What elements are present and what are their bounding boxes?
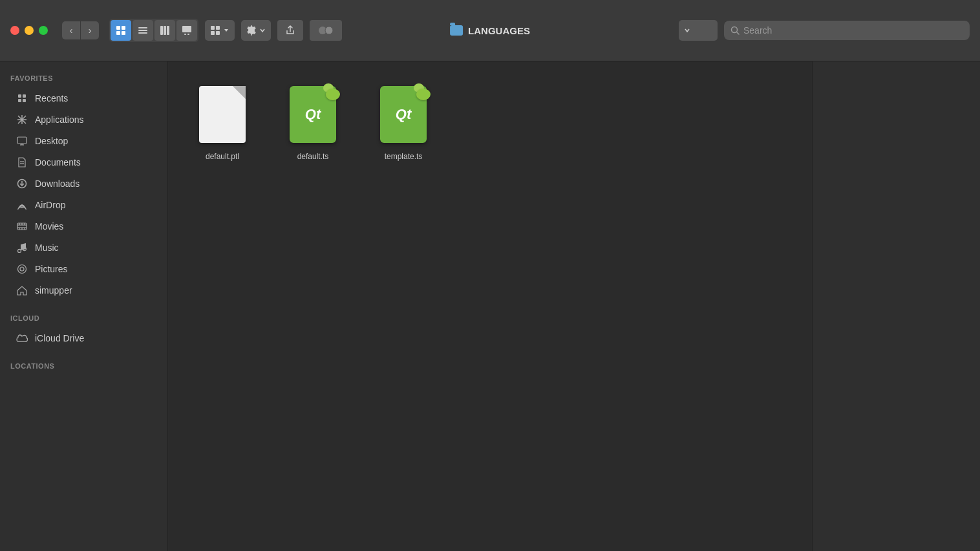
group-dropdown-button[interactable]: [205, 20, 235, 41]
svg-rect-16: [216, 31, 220, 35]
qt-logo-text-1: Qt: [305, 107, 321, 122]
svg-rect-24: [23, 99, 26, 102]
pictures-icon: [16, 263, 28, 276]
file-item-template-ts[interactable]: Qt template.ts: [365, 77, 442, 166]
svg-rect-1: [122, 26, 125, 30]
forward-button[interactable]: ›: [81, 21, 99, 39]
window-title-area: LANGUAGES: [450, 25, 530, 36]
svg-rect-6: [138, 32, 147, 34]
sidebar-item-movies[interactable]: Movies: [5, 216, 162, 237]
sidebar-item-label: Movies: [35, 221, 63, 232]
icloud-section-label: iCloud: [0, 312, 167, 327]
qt-bubble-large-1: [326, 89, 340, 100]
svg-point-49: [20, 267, 24, 271]
svg-rect-9: [167, 26, 169, 35]
qt-file-icon-2: Qt: [380, 86, 427, 143]
svg-rect-12: [187, 34, 189, 35]
svg-point-18: [325, 27, 333, 34]
applications-icon: [16, 113, 28, 126]
svg-rect-15: [211, 31, 215, 35]
svg-rect-11: [184, 34, 186, 35]
svg-rect-22: [23, 94, 26, 98]
downloads-icon: [16, 177, 28, 190]
qt-file-icon-1: Qt: [290, 86, 336, 143]
svg-line-20: [737, 32, 739, 34]
view-controls: [109, 19, 198, 42]
svg-rect-21: [18, 94, 21, 98]
ptl-file-icon: [199, 86, 246, 143]
tag-button[interactable]: [310, 20, 342, 41]
preview-pane: [812, 61, 980, 551]
sidebar-item-downloads[interactable]: Downloads: [5, 173, 162, 194]
gear-dropdown-button[interactable]: [241, 20, 271, 41]
file-icon-default-ptl: [193, 82, 251, 147]
sidebar-item-music[interactable]: Music: [5, 237, 162, 258]
locations-section-label: Locations: [0, 360, 167, 375]
svg-rect-4: [138, 27, 147, 28]
svg-point-46: [18, 250, 21, 253]
gallery-view-button[interactable]: [176, 20, 197, 41]
maximize-button[interactable]: [39, 26, 48, 35]
movies-icon: [16, 220, 28, 233]
file-item-default-ts[interactable]: Qt default.ts: [274, 77, 352, 166]
file-label-default-ptl: default.ptl: [206, 152, 239, 161]
main-area: Favorites Recents A: [0, 61, 980, 551]
sidebar-item-label: Documents: [35, 157, 81, 167]
search-input[interactable]: [743, 25, 963, 36]
sidebar-item-airdrop[interactable]: AirDrop: [5, 195, 162, 215]
sidebar: Favorites Recents A: [0, 61, 168, 551]
search-icon: [730, 26, 740, 35]
nav-group: ‹ ›: [62, 21, 99, 39]
sidebar-item-label: Music: [35, 243, 59, 253]
file-icon-template-ts: Qt: [374, 82, 432, 147]
list-view-button[interactable]: [133, 20, 153, 41]
file-icon-default-ts: Qt: [284, 82, 342, 147]
file-item-default-ptl[interactable]: default.ptl: [184, 77, 261, 166]
close-button[interactable]: [10, 26, 19, 35]
icon-view-button[interactable]: [111, 20, 131, 41]
sidebar-item-label: Downloads: [35, 178, 80, 189]
sort-dropdown-button[interactable]: [679, 20, 718, 41]
share-button[interactable]: [277, 20, 303, 41]
sidebar-item-label: iCloud Drive: [35, 333, 84, 343]
svg-rect-0: [116, 26, 120, 30]
sidebar-item-label: Applications: [35, 114, 84, 125]
sidebar-item-simupper[interactable]: simupper: [5, 280, 162, 301]
recents-icon: [16, 92, 28, 105]
sidebar-item-label: Recents: [35, 93, 68, 103]
minimize-button[interactable]: [25, 26, 34, 35]
svg-point-48: [18, 265, 27, 274]
sidebar-item-applications[interactable]: Applications: [5, 109, 162, 130]
file-label-template-ts: template.ts: [385, 152, 423, 161]
back-button[interactable]: ‹: [62, 21, 80, 39]
qt-logo-text-2: Qt: [396, 107, 411, 122]
simupper-icon: [16, 284, 28, 297]
airdrop-icon: [16, 199, 28, 211]
sidebar-item-icloud-drive[interactable]: iCloud Drive: [5, 328, 162, 349]
favorites-section-label: Favorites: [0, 72, 167, 87]
svg-rect-13: [211, 26, 215, 30]
search-bar[interactable]: [724, 21, 970, 40]
column-view-button[interactable]: [154, 20, 175, 41]
svg-rect-7: [160, 26, 163, 35]
file-content-area: default.ptl Qt default.ts Qt: [168, 61, 812, 551]
file-label-default-ts: default.ts: [297, 152, 329, 161]
sidebar-item-label: Pictures: [35, 264, 68, 274]
sidebar-item-label: simupper: [35, 285, 72, 296]
sidebar-item-label: AirDrop: [35, 200, 65, 210]
icloud-drive-icon: [16, 332, 28, 345]
qt-bubble-large-2: [416, 89, 431, 100]
svg-rect-2: [116, 31, 120, 35]
svg-rect-5: [138, 30, 147, 31]
music-icon: [16, 241, 28, 254]
folder-icon: [450, 25, 463, 36]
sidebar-item-desktop[interactable]: Desktop: [5, 131, 162, 151]
svg-rect-29: [17, 137, 27, 144]
traffic-lights: [10, 26, 48, 35]
sidebar-item-documents[interactable]: Documents: [5, 152, 162, 173]
svg-rect-10: [182, 26, 191, 32]
sidebar-item-recents[interactable]: Recents: [5, 88, 162, 109]
sidebar-item-pictures[interactable]: Pictures: [5, 259, 162, 279]
svg-point-19: [732, 27, 738, 33]
title-bar: ‹ ›: [0, 0, 980, 61]
